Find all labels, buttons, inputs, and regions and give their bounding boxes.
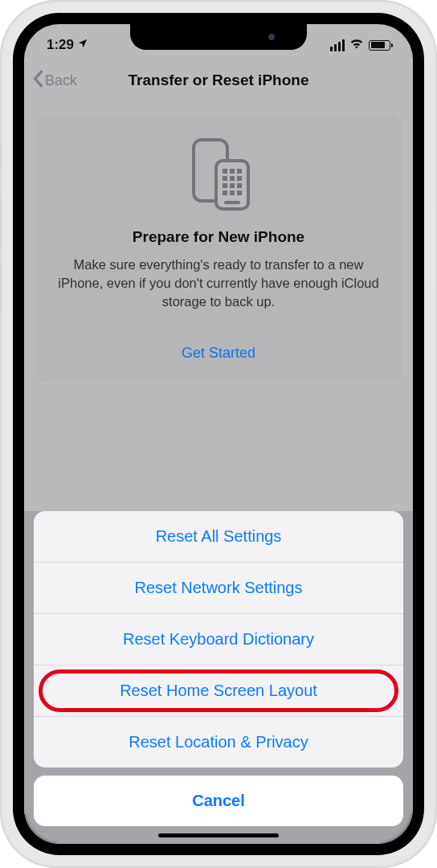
svg-rect-5 (223, 176, 227, 181)
reset-action-sheet: Reset All Settings Reset Network Setting… (24, 511, 413, 844)
reset-home-screen-layout-option[interactable]: Reset Home Screen Layout (34, 665, 403, 717)
svg-rect-10 (237, 183, 242, 188)
svg-rect-4 (237, 169, 242, 174)
prepare-card: Prepare for New iPhone Make sure everyth… (35, 114, 402, 383)
mute-switch (0, 141, 2, 170)
volume-up-button (0, 193, 2, 248)
wifi-icon (349, 37, 364, 53)
home-indicator[interactable] (158, 833, 279, 837)
battery-icon (369, 40, 390, 51)
svg-rect-3 (230, 169, 235, 174)
notch (130, 24, 307, 50)
svg-rect-6 (230, 176, 235, 181)
svg-rect-8 (223, 183, 227, 188)
sheet-options-group: Reset All Settings Reset Network Setting… (34, 511, 403, 768)
phones-icon (182, 137, 255, 214)
location-icon (77, 37, 88, 53)
sheet-item-label: Reset Home Screen Layout (120, 682, 317, 699)
camera-dot-icon (268, 34, 275, 40)
reset-location-privacy-option[interactable]: Reset Location & Privacy (34, 717, 403, 768)
reset-all-settings-option[interactable]: Reset All Settings (34, 511, 403, 563)
svg-rect-14 (224, 201, 240, 204)
cancel-button[interactable]: Cancel (34, 776, 403, 826)
screen: 1:29 (24, 24, 413, 844)
svg-rect-2 (223, 169, 227, 174)
card-description: Make sure everything's ready to transfer… (53, 256, 384, 311)
svg-rect-7 (237, 176, 242, 181)
cellular-signal-icon (330, 39, 345, 51)
svg-rect-12 (230, 190, 235, 195)
svg-rect-9 (230, 183, 235, 188)
reset-network-settings-option[interactable]: Reset Network Settings (34, 563, 403, 614)
nav-bar: Back Transfer or Reset iPhone (24, 61, 413, 100)
status-time: 1:29 (47, 37, 74, 53)
svg-rect-13 (237, 190, 242, 195)
phone-frame: 1:29 (0, 0, 437, 868)
card-title: Prepare for New iPhone (53, 228, 384, 246)
nav-title: Transfer or Reset iPhone (24, 72, 413, 89)
reset-keyboard-dictionary-option[interactable]: Reset Keyboard Dictionary (34, 614, 403, 665)
volume-down-button (0, 261, 2, 316)
svg-rect-11 (223, 190, 227, 195)
get-started-button[interactable]: Get Started (53, 345, 384, 362)
